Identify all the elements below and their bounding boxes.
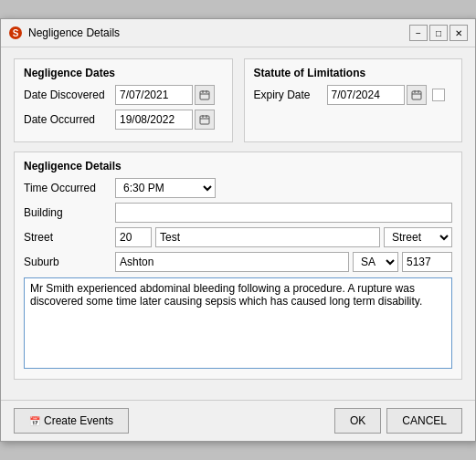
date-occurred-row: Date Occurred <box>24 110 223 130</box>
expiry-date-label: Expiry Date <box>254 89 327 101</box>
calendar-icon <box>411 89 422 100</box>
notes-container: Mr Smith experienced abdominal bleeding … <box>24 277 452 371</box>
maximize-button[interactable]: □ <box>429 25 448 41</box>
expiry-date-checkbox[interactable] <box>432 89 445 101</box>
negligence-details-window: S Negligence Details − □ ✕ Negligence Da… <box>0 18 476 442</box>
suburb-label: Suburb <box>24 256 115 268</box>
date-discovered-row: Date Discovered <box>24 85 223 105</box>
time-occurred-select[interactable]: 6:30 PM 6:00 AM 12:00 PM 6:00 PM <box>115 178 216 198</box>
street-type-select[interactable]: Street Road Avenue Drive Court <box>384 227 452 247</box>
calendar-icon <box>199 89 210 100</box>
svg-text:S: S <box>13 28 19 38</box>
ok-button[interactable]: OK <box>334 408 381 434</box>
street-number-input[interactable] <box>115 227 152 247</box>
content-area: Negligence Dates Date Discovered <box>1 47 475 400</box>
footer-left: 📅 Create Events <box>14 408 334 434</box>
expiry-date-row: Expiry Date <box>254 85 453 105</box>
suburb-fields: SA NSW VIC QLD WA TAS NT ACT <box>115 252 452 272</box>
statute-title: Statute of Limitations <box>254 67 453 79</box>
time-occurred-label: Time Occurred <box>24 182 115 194</box>
footer: 📅 Create Events OK CANCEL <box>1 400 475 441</box>
date-occurred-field <box>115 110 215 130</box>
building-row: Building <box>24 203 452 223</box>
window-title: Negligence Details <box>28 26 404 39</box>
cancel-button[interactable]: CANCEL <box>386 408 462 434</box>
date-occurred-label: Date Occurred <box>24 113 115 126</box>
expiry-date-field <box>327 85 445 105</box>
expiry-date-calendar-button[interactable] <box>407 85 427 105</box>
footer-right: OK CANCEL <box>334 408 462 434</box>
title-bar: S Negligence Details − □ ✕ <box>1 19 475 47</box>
date-occurred-input[interactable] <box>115 110 193 130</box>
svg-rect-6 <box>200 116 209 124</box>
building-label: Building <box>24 206 115 219</box>
create-events-label: Create Events <box>44 414 113 427</box>
state-select[interactable]: SA NSW VIC QLD WA TAS NT ACT <box>353 252 398 272</box>
street-name-input[interactable] <box>155 227 380 247</box>
close-button[interactable]: ✕ <box>450 25 468 41</box>
building-input[interactable] <box>115 203 452 223</box>
window-controls: − □ ✕ <box>409 25 468 41</box>
street-fields: Street Road Avenue Drive Court <box>115 227 452 247</box>
calendar-add-icon: 📅 <box>29 416 40 426</box>
app-icon: S <box>8 26 23 40</box>
date-discovered-label: Date Discovered <box>24 89 115 101</box>
date-occurred-calendar-button[interactable] <box>195 110 215 130</box>
minimize-button[interactable]: − <box>409 25 428 41</box>
street-row: Street Street Road Avenue Drive Court <box>24 227 452 247</box>
date-discovered-input[interactable] <box>115 85 193 105</box>
svg-rect-2 <box>200 91 209 99</box>
notes-textarea[interactable]: Mr Smith experienced abdominal bleeding … <box>24 277 452 369</box>
postcode-input[interactable] <box>402 252 452 272</box>
negligence-details-section: Negligence Details Time Occurred 6:30 PM… <box>14 152 462 380</box>
calendar-icon <box>199 114 210 125</box>
svg-rect-10 <box>412 91 421 99</box>
negligence-details-title: Negligence Details <box>24 160 452 172</box>
time-occurred-row: Time Occurred 6:30 PM 6:00 AM 12:00 PM 6… <box>24 178 452 198</box>
top-sections: Negligence Dates Date Discovered <box>14 58 462 142</box>
suburb-row: Suburb SA NSW VIC QLD WA TAS NT ACT <box>24 252 452 272</box>
date-discovered-field <box>115 85 215 105</box>
create-events-button[interactable]: 📅 Create Events <box>14 408 129 434</box>
negligence-dates-section: Negligence Dates Date Discovered <box>14 58 233 142</box>
date-discovered-calendar-button[interactable] <box>195 85 215 105</box>
expiry-date-input[interactable] <box>327 85 405 105</box>
negligence-dates-title: Negligence Dates <box>24 67 223 79</box>
suburb-input[interactable] <box>115 252 349 272</box>
statute-section: Statute of Limitations Expiry Date <box>244 58 463 142</box>
street-label: Street <box>24 231 115 244</box>
